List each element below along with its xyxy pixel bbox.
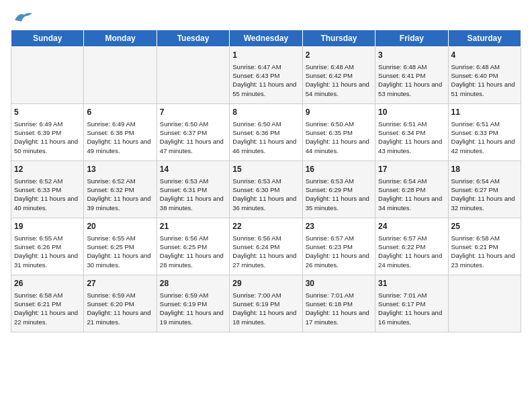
- day-info: Daylight: 11 hours and 38 minutes.: [160, 194, 226, 212]
- day-number: 15: [232, 164, 299, 175]
- day-info: Sunrise: 6:58 AM: [14, 291, 81, 300]
- day-info: Daylight: 11 hours and 49 minutes.: [87, 137, 153, 155]
- calendar-week-row: 12Sunrise: 6:52 AMSunset: 6:33 PMDayligh…: [11, 161, 521, 218]
- day-info: Daylight: 11 hours and 26 minutes.: [306, 251, 372, 269]
- calendar-cell: 20Sunrise: 6:55 AMSunset: 6:25 PMDayligh…: [84, 218, 157, 275]
- day-header-tuesday: Tuesday: [157, 30, 229, 47]
- day-number: 5: [14, 107, 81, 118]
- day-info: Sunset: 6:25 PM: [87, 242, 153, 251]
- day-number: 25: [451, 221, 518, 232]
- day-info: Sunrise: 6:51 AM: [451, 120, 518, 128]
- day-info: Sunset: 6:42 PM: [306, 71, 372, 80]
- day-number: 21: [160, 221, 226, 232]
- day-number: 23: [306, 221, 372, 232]
- day-info: Daylight: 11 hours and 21 minutes.: [87, 308, 153, 326]
- day-info: Daylight: 11 hours and 47 minutes.: [160, 137, 226, 155]
- day-info: Sunrise: 6:56 AM: [232, 234, 299, 242]
- day-number: 27: [87, 278, 153, 289]
- day-info: Daylight: 11 hours and 24 minutes.: [378, 251, 445, 269]
- day-info: Sunset: 6:18 PM: [306, 300, 372, 308]
- day-number: 24: [378, 221, 445, 232]
- day-info: Daylight: 11 hours and 54 minutes.: [306, 80, 372, 98]
- day-info: Daylight: 11 hours and 43 minutes.: [378, 137, 445, 155]
- day-number: 16: [306, 164, 372, 175]
- calendar-cell: 1Sunrise: 6:47 AMSunset: 6:43 PMDaylight…: [230, 47, 302, 104]
- calendar-cell: 23Sunrise: 6:57 AMSunset: 6:23 PMDayligh…: [302, 218, 375, 275]
- day-info: Daylight: 11 hours and 23 minutes.: [451, 251, 518, 269]
- day-info: Daylight: 11 hours and 30 minutes.: [87, 251, 153, 269]
- day-info: Sunset: 6:26 PM: [14, 242, 81, 251]
- calendar-week-row: 1Sunrise: 6:47 AMSunset: 6:43 PMDaylight…: [11, 47, 521, 104]
- calendar-cell: 27Sunrise: 6:59 AMSunset: 6:20 PMDayligh…: [84, 275, 157, 332]
- day-number: 29: [232, 278, 299, 289]
- day-number: 9: [306, 107, 372, 118]
- calendar-cell: 14Sunrise: 6:53 AMSunset: 6:31 PMDayligh…: [157, 161, 229, 218]
- day-info: Sunrise: 6:51 AM: [378, 120, 445, 128]
- day-info: Sunset: 6:31 PM: [160, 185, 226, 194]
- calendar-cell: 4Sunrise: 6:48 AMSunset: 6:40 PMDaylight…: [448, 47, 521, 104]
- calendar-cell: 15Sunrise: 6:53 AMSunset: 6:30 PMDayligh…: [230, 161, 302, 218]
- day-info: Sunrise: 7:01 AM: [306, 291, 372, 300]
- day-info: Daylight: 11 hours and 34 minutes.: [378, 194, 445, 212]
- day-info: Sunrise: 7:00 AM: [232, 291, 299, 300]
- day-info: Daylight: 11 hours and 31 minutes.: [14, 251, 81, 269]
- day-info: Daylight: 11 hours and 55 minutes.: [232, 80, 299, 98]
- day-number: 10: [378, 107, 445, 118]
- calendar-cell: 8Sunrise: 6:50 AMSunset: 6:36 PMDaylight…: [230, 104, 302, 161]
- day-info: Sunrise: 6:59 AM: [87, 291, 153, 300]
- day-info: Sunrise: 6:53 AM: [160, 177, 226, 185]
- day-info: Sunrise: 6:50 AM: [232, 120, 299, 128]
- day-info: Sunrise: 6:54 AM: [378, 177, 445, 185]
- day-number: 2: [306, 50, 372, 61]
- day-info: Sunrise: 6:57 AM: [378, 234, 445, 242]
- day-info: Daylight: 11 hours and 40 minutes.: [14, 194, 81, 212]
- day-info: Sunrise: 6:55 AM: [14, 234, 81, 242]
- calendar-cell: 6Sunrise: 6:49 AMSunset: 6:38 PMDaylight…: [84, 104, 157, 161]
- calendar-cell: 9Sunrise: 6:50 AMSunset: 6:35 PMDaylight…: [302, 104, 375, 161]
- day-info: Sunset: 6:27 PM: [451, 185, 518, 194]
- calendar-cell: 19Sunrise: 6:55 AMSunset: 6:26 PMDayligh…: [11, 218, 84, 275]
- calendar-cell: 31Sunrise: 7:01 AMSunset: 6:17 PMDayligh…: [375, 275, 448, 332]
- day-header-saturday: Saturday: [448, 30, 521, 47]
- day-info: Sunset: 6:22 PM: [378, 242, 445, 251]
- calendar-cell: 21Sunrise: 6:56 AMSunset: 6:25 PMDayligh…: [157, 218, 229, 275]
- calendar-cell: 5Sunrise: 6:49 AMSunset: 6:39 PMDaylight…: [11, 104, 84, 161]
- logo-bird-icon: [13, 11, 32, 24]
- day-info: Daylight: 11 hours and 35 minutes.: [306, 194, 372, 212]
- day-info: Sunset: 6:29 PM: [306, 185, 372, 194]
- day-number: 22: [232, 221, 299, 232]
- day-info: Daylight: 11 hours and 28 minutes.: [160, 251, 226, 269]
- day-info: Sunset: 6:21 PM: [14, 300, 81, 308]
- day-number: 7: [160, 107, 226, 118]
- day-info: Sunrise: 6:55 AM: [87, 234, 153, 242]
- day-number: 14: [160, 164, 226, 175]
- day-number: 4: [451, 50, 518, 61]
- day-info: Daylight: 11 hours and 16 minutes.: [378, 308, 445, 326]
- day-info: Sunset: 6:35 PM: [306, 128, 372, 137]
- day-info: Sunrise: 6:48 AM: [451, 62, 518, 71]
- day-number: 11: [451, 107, 518, 118]
- day-number: 20: [87, 221, 153, 232]
- day-info: Sunrise: 6:48 AM: [378, 62, 445, 71]
- calendar-cell: 16Sunrise: 6:53 AMSunset: 6:29 PMDayligh…: [302, 161, 375, 218]
- day-info: Sunrise: 6:50 AM: [306, 120, 372, 128]
- day-header-monday: Monday: [84, 30, 157, 47]
- calendar-header-row: SundayMondayTuesdayWednesdayThursdayFrid…: [11, 30, 521, 47]
- day-info: Sunset: 6:37 PM: [160, 128, 226, 137]
- day-info: Sunrise: 6:54 AM: [451, 177, 518, 185]
- day-number: 6: [87, 107, 153, 118]
- day-header-thursday: Thursday: [302, 30, 375, 47]
- day-info: Daylight: 11 hours and 39 minutes.: [87, 194, 153, 212]
- day-info: Daylight: 11 hours and 19 minutes.: [160, 308, 226, 326]
- day-info: Sunset: 6:17 PM: [378, 300, 445, 308]
- day-info: Daylight: 11 hours and 53 minutes.: [378, 80, 445, 98]
- day-info: Sunset: 6:21 PM: [451, 242, 518, 251]
- calendar-cell: 18Sunrise: 6:54 AMSunset: 6:27 PMDayligh…: [448, 161, 521, 218]
- calendar-week-row: 26Sunrise: 6:58 AMSunset: 6:21 PMDayligh…: [11, 275, 521, 332]
- day-info: Daylight: 11 hours and 46 minutes.: [232, 137, 299, 155]
- day-info: Sunrise: 6:52 AM: [14, 177, 81, 185]
- calendar-cell: [157, 47, 229, 104]
- day-info: Sunrise: 6:49 AM: [87, 120, 153, 128]
- calendar-cell: 13Sunrise: 6:52 AMSunset: 6:32 PMDayligh…: [84, 161, 157, 218]
- day-header-wednesday: Wednesday: [230, 30, 302, 47]
